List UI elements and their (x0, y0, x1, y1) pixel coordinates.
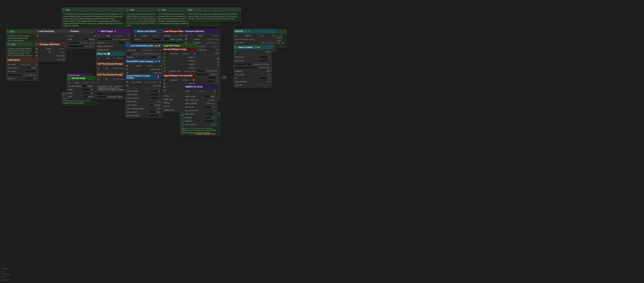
upscale-crop-row: crop center (68, 95, 94, 98)
wd14-image-in (98, 35, 99, 36)
highres-fix-body: script SCRIPT upscale_type latent hires_… (184, 89, 218, 127)
ctx-prev-row: prev_context CONTEXT_OPTS (126, 80, 162, 84)
ksampler-model-out (217, 58, 219, 59)
vc-loop-count-row: loop_count 0 (234, 59, 271, 62)
input-mode-row: input_mode simple (7, 66, 38, 70)
show-text-icon: 📝 (108, 53, 110, 55)
hrf-steps-row: hires_steps 8 (185, 112, 216, 116)
vcombine-badge: 🎬⚡🌊 (254, 46, 260, 48)
upscale-img-row: image IMAGE (68, 81, 94, 84)
lora-wt-row: lora_wt_1 1.00 (7, 77, 38, 80)
enc-img4-row: image_4 (163, 66, 196, 69)
upscale-height-row: height 432 (68, 92, 94, 95)
note-ksampler: Note In this workflow we make use of a d… (186, 8, 241, 22)
hrf-upscale-type-row: upscale_type latent (185, 95, 216, 98)
note-ksampler-header: Note (186, 8, 241, 12)
separator (185, 94, 216, 94)
ctx-length-row: context_length 16 (126, 90, 162, 92)
animatediff-out-row: motion_lora MOTION_LORA (126, 48, 162, 52)
value-row: value 248.png (68, 38, 96, 41)
upscale-img-in (68, 82, 70, 83)
control-filter-row: control_filter_list (68, 45, 96, 48)
vc-save-meta-row: save_metadata true (234, 80, 271, 83)
load-animatediff-body: motion_lora MOTION_LORA lora_/lora_v2_lo… (125, 48, 164, 60)
control-after-row: control_after_generate (68, 41, 96, 44)
cr-lora-stack-in (36, 55, 38, 56)
adl-model-in-row: model MODEL (126, 64, 162, 67)
film-interp-row: optical_interpolation_stallen (234, 38, 275, 41)
hrf-latent-up-row: latent_upscaler nearest-exact (185, 102, 216, 105)
note-ksampler-body: In this workflow we make use of a differ… (186, 12, 241, 21)
vc-save-image-row: save_image true (234, 73, 271, 76)
clip-pos-clip-in (98, 68, 99, 69)
primitive-node: 7 Primitive COMBO value 248.png control_… (66, 29, 98, 49)
vc-images-in (235, 51, 236, 52)
ctx-start-row: start_percent 0.000 (126, 110, 162, 114)
enc-img3-in (164, 64, 165, 65)
enc-ipadapter-in (164, 70, 165, 72)
separator (126, 88, 162, 88)
primitive-header: 7 Primitive (66, 29, 98, 33)
model-port (37, 35, 38, 36)
enc-clip-vis-in (164, 53, 165, 54)
film-frames-in (235, 35, 236, 36)
lora-name-row: lora_sd15saftensors (7, 74, 38, 76)
note-9-header: 9 Note (6, 30, 34, 34)
vc-images-row: images (234, 50, 271, 53)
separator (234, 54, 271, 54)
ksampler-img-out (217, 65, 219, 66)
lora-stacker-node: LoRA Stacker lora_stack LORA_STACK input… (6, 58, 39, 81)
context-options-body: prev_context CONTEXT_OPTS prev_opts cont… (125, 80, 163, 118)
load-animatediff-header: 12 Load AnimateDiff (LoRA) 🔥⚡🌊 (125, 44, 164, 48)
ksampler-model-in (185, 35, 187, 36)
apply-mask-in (164, 90, 165, 91)
vc-format-row: video/h264-mp4 (234, 66, 271, 69)
context-options-header: Context Options+Looped Uniform 🔥⚡ (125, 74, 163, 80)
note-8: 8 Note The nodes in the column below are… (62, 8, 126, 28)
enc-img4-in (164, 67, 165, 68)
enc-clip-vis-row: clip_vision EMBEDS (163, 52, 196, 55)
lora-stack-out (36, 64, 37, 65)
lora-stacker-body: lora_stack LORA_STACK input_mode simple … (6, 62, 39, 81)
adl-context-row: context_options (126, 68, 162, 71)
context-badge: 🔥⚡ (156, 75, 161, 79)
hrf-denoise-row: denoise 0.50 (185, 116, 216, 119)
apply-model-out (193, 79, 194, 81)
ksampler-pos-in (185, 38, 187, 40)
hrf-upscale-by-row: upscale_by 2.00 (185, 106, 216, 108)
hrf-script-out (214, 90, 216, 92)
animatediff-loader-badge: 🔥⚡🌊 (154, 60, 161, 62)
clip-neg-text-in (98, 82, 99, 83)
highres-fix-node: HighRes-Fix Script script SCRIPT upscale… (184, 84, 218, 127)
wd14-string-out (128, 35, 130, 36)
upscale-method-row: upscale_method bilinear (68, 84, 94, 88)
encode-ipadapter-header: Encode IPAdapter Image (162, 47, 197, 51)
note-8-body: The nodes in the column below are for th… (62, 12, 126, 28)
ksampler-latent-out (217, 61, 219, 63)
apply-ipadapter-row: ipadapter MODEL (163, 78, 195, 82)
ctx-stride-row: context_stride 1 (126, 93, 162, 96)
vc-filename-row: %date:yyyy-MM-dd%/tmp- (234, 62, 271, 66)
animatediff-lora-row: lora_/lora_v2_lora_Rolling/AnticlockWise… (126, 52, 162, 55)
hrf-iter-row: iterations 1 (185, 120, 216, 122)
wd14-icon: ⚡ (114, 30, 116, 32)
enc-img3-row: image_3 (163, 63, 196, 66)
upscale-image-node: 22 Upscale Image image IMAGE upscale_met… (66, 76, 96, 99)
repeat-latent-header: 7 Repeat Latent Batch (133, 29, 166, 33)
wd14-string-row: image STRING (97, 34, 130, 37)
lora-count-row: lora_count 1 (7, 70, 38, 73)
amount-row: amount 24 (134, 38, 164, 41)
upscale-image-body: image IMAGE upscale_method bilinear widt… (66, 80, 96, 99)
video-combine-body: images frame_rate 24 loop_count 0 %date:… (234, 50, 272, 88)
upscale-img-out (92, 82, 94, 83)
vc-frame-rate-row: frame_rate 24 (234, 56, 271, 58)
cr-model-in (36, 48, 38, 50)
combo-row: COMBO (68, 34, 96, 37)
ctx-prev-opts-row: prev_opts (126, 84, 162, 87)
canvas-area: 8 Note The nodes in the column below are… (0, 0, 644, 283)
hrf-script-out-row: script SCRIPT (185, 90, 216, 93)
apply-ipadapter-header: Apply IPAdapter from Encoded (162, 74, 196, 78)
repeat-latent-node: 7 Repeat Latent Batch samples LATENT amo… (133, 29, 166, 42)
enc-ipadapter-row: ipadapter_plus ipadapter_plus (163, 70, 196, 73)
cr-apply-lora-header: 22 CR Apply LoRA Stack (34, 42, 66, 46)
